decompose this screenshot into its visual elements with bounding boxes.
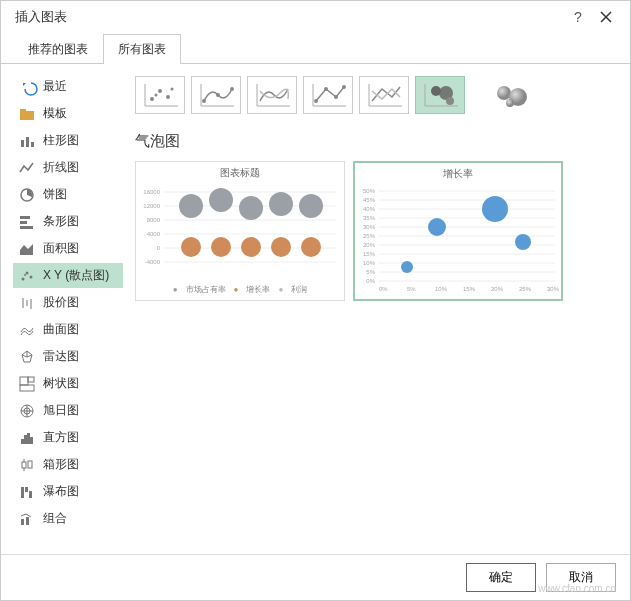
area-icon bbox=[19, 241, 35, 257]
svg-text:35%: 35% bbox=[363, 215, 376, 221]
svg-text:30%: 30% bbox=[547, 286, 560, 292]
svg-rect-22 bbox=[20, 377, 28, 385]
sidebar-item-radar[interactable]: 雷达图 bbox=[13, 344, 123, 369]
tab-bar: 推荐的图表 所有图表 bbox=[1, 33, 630, 64]
svg-point-12 bbox=[26, 271, 29, 274]
svg-point-123 bbox=[401, 261, 413, 273]
sidebar-item-label: 面积图 bbox=[43, 240, 79, 257]
svg-point-87 bbox=[269, 192, 293, 216]
sidebar-item-label: 最近 bbox=[43, 78, 67, 95]
svg-text:50%: 50% bbox=[363, 188, 376, 194]
svg-point-48 bbox=[171, 88, 174, 91]
svg-point-69 bbox=[497, 86, 511, 100]
chart-category-sidebar: 最近 模板 柱形图 折线图 饼图 条形图 面积图 X Y (散点图) 股价图 曲… bbox=[13, 74, 123, 544]
preview-1[interactable]: 图表标题 16000 12000 8000 4000 0 -4000 bbox=[135, 161, 345, 301]
folder-icon bbox=[19, 106, 35, 122]
svg-text:4000: 4000 bbox=[147, 231, 161, 237]
sidebar-item-recent[interactable]: 最近 bbox=[13, 74, 123, 99]
sidebar-item-scatter[interactable]: X Y (散点图) bbox=[13, 263, 123, 288]
svg-text:0: 0 bbox=[157, 245, 161, 251]
dialog-title: 插入图表 bbox=[15, 8, 564, 26]
subtype-scatter-straight[interactable] bbox=[359, 76, 409, 114]
svg-point-14 bbox=[24, 274, 26, 276]
svg-text:0%: 0% bbox=[379, 286, 388, 292]
svg-text:15%: 15% bbox=[363, 251, 376, 257]
svg-point-93 bbox=[301, 237, 321, 257]
sidebar-item-bar[interactable]: 条形图 bbox=[13, 209, 123, 234]
sidebar-item-combo[interactable]: 组合 bbox=[13, 506, 123, 531]
subtype-scatter-smooth-markers[interactable] bbox=[191, 76, 241, 114]
sidebar-item-treemap[interactable]: 树状图 bbox=[13, 371, 123, 396]
svg-point-53 bbox=[230, 87, 234, 91]
sidebar-item-label: 饼图 bbox=[43, 186, 67, 203]
sunburst-icon bbox=[19, 403, 35, 419]
histogram-icon bbox=[19, 430, 35, 446]
insert-chart-dialog: 插入图表 ? 推荐的图表 所有图表 最近 模板 柱形图 折线图 饼图 条形图 面… bbox=[0, 0, 631, 601]
scatter-icon bbox=[19, 268, 35, 284]
svg-rect-39 bbox=[29, 491, 32, 498]
help-button[interactable]: ? bbox=[564, 3, 592, 31]
ok-button[interactable]: 确定 bbox=[466, 563, 536, 592]
svg-point-47 bbox=[155, 94, 158, 97]
svg-point-11 bbox=[22, 277, 25, 280]
svg-point-68 bbox=[446, 97, 454, 105]
sidebar-item-column[interactable]: 柱形图 bbox=[13, 128, 123, 153]
svg-text:8000: 8000 bbox=[147, 217, 161, 223]
svg-text:10%: 10% bbox=[363, 260, 376, 266]
sidebar-item-label: 条形图 bbox=[43, 213, 79, 230]
sidebar-item-surface[interactable]: 曲面图 bbox=[13, 317, 123, 342]
svg-text:25%: 25% bbox=[363, 233, 376, 239]
sidebar-item-template[interactable]: 模板 bbox=[13, 101, 123, 126]
subtype-scatter-straight-markers[interactable] bbox=[303, 76, 353, 114]
sidebar-item-sunburst[interactable]: 旭日图 bbox=[13, 398, 123, 423]
svg-text:10%: 10% bbox=[435, 286, 448, 292]
sidebar-item-area[interactable]: 面积图 bbox=[13, 236, 123, 261]
combo-icon bbox=[19, 511, 35, 527]
sidebar-item-pie[interactable]: 饼图 bbox=[13, 182, 123, 207]
svg-rect-6 bbox=[31, 142, 34, 147]
cancel-button[interactable]: 取消 bbox=[546, 563, 616, 592]
svg-point-85 bbox=[209, 188, 233, 212]
svg-text:20%: 20% bbox=[491, 286, 504, 292]
svg-rect-40 bbox=[21, 519, 24, 525]
sidebar-item-line[interactable]: 折线图 bbox=[13, 155, 123, 180]
tab-all-charts[interactable]: 所有图表 bbox=[103, 34, 181, 64]
subtype-bubble[interactable] bbox=[415, 76, 465, 114]
svg-point-91 bbox=[241, 237, 261, 257]
svg-point-88 bbox=[299, 194, 323, 218]
preview-title: 图表标题 bbox=[136, 162, 344, 184]
svg-rect-23 bbox=[28, 377, 34, 382]
svg-point-52 bbox=[216, 93, 220, 97]
svg-point-61 bbox=[342, 85, 346, 89]
sidebar-item-label: 曲面图 bbox=[43, 321, 79, 338]
tab-recommended[interactable]: 推荐的图表 bbox=[13, 34, 103, 64]
svg-text:45%: 45% bbox=[363, 197, 376, 203]
svg-text:40%: 40% bbox=[363, 206, 376, 212]
preview-2[interactable]: 增长率 50%45%40%35%30%25%20%15%10%5%0% 0%5%… bbox=[353, 161, 563, 301]
svg-point-86 bbox=[239, 196, 263, 220]
svg-point-59 bbox=[324, 87, 328, 91]
sidebar-item-label: 直方图 bbox=[43, 429, 79, 446]
svg-rect-37 bbox=[21, 487, 24, 498]
svg-text:5%: 5% bbox=[366, 269, 375, 275]
svg-point-58 bbox=[314, 99, 318, 103]
svg-point-60 bbox=[334, 95, 338, 99]
sidebar-item-stock[interactable]: 股价图 bbox=[13, 290, 123, 315]
titlebar: 插入图表 ? bbox=[1, 1, 630, 33]
dialog-footer: 确定 取消 bbox=[1, 554, 630, 600]
subtype-scatter-dots[interactable] bbox=[135, 76, 185, 114]
sidebar-item-box[interactable]: 箱形图 bbox=[13, 452, 123, 477]
svg-text:25%: 25% bbox=[519, 286, 532, 292]
sidebar-item-histogram[interactable]: 直方图 bbox=[13, 425, 123, 450]
svg-rect-38 bbox=[25, 487, 28, 492]
waterfall-icon bbox=[19, 484, 35, 500]
subtype-bubble-3d[interactable] bbox=[485, 76, 535, 114]
close-button[interactable] bbox=[592, 3, 620, 31]
sidebar-item-label: 股价图 bbox=[43, 294, 79, 311]
stock-icon bbox=[19, 295, 35, 311]
svg-text:15%: 15% bbox=[463, 286, 476, 292]
svg-point-126 bbox=[515, 234, 531, 250]
subtype-scatter-smooth[interactable] bbox=[247, 76, 297, 114]
svg-rect-30 bbox=[24, 435, 27, 444]
sidebar-item-waterfall[interactable]: 瀑布图 bbox=[13, 479, 123, 504]
